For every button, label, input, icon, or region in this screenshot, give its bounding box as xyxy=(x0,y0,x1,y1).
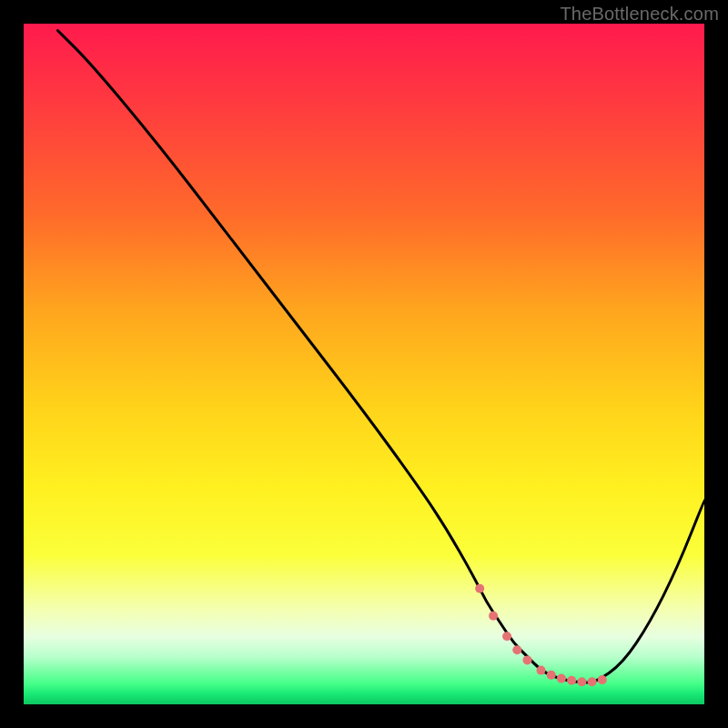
marker-dot xyxy=(588,677,597,686)
marker-dot xyxy=(557,674,566,683)
bottom-markers xyxy=(475,584,607,687)
marker-dot xyxy=(537,666,546,675)
watermark-text: TheBottleneck.com xyxy=(560,4,719,25)
chart-container: TheBottleneck.com xyxy=(0,0,728,728)
marker-dot xyxy=(512,645,521,654)
marker-dot xyxy=(577,677,586,686)
marker-dot xyxy=(547,671,556,680)
marker-dot xyxy=(502,632,511,641)
plot-area xyxy=(24,24,704,704)
marker-dot xyxy=(598,675,607,684)
marker-dot xyxy=(523,655,532,664)
marker-dot xyxy=(475,584,484,593)
marker-dot xyxy=(489,612,498,621)
curve-layer xyxy=(24,24,704,704)
marker-dot xyxy=(567,676,576,685)
bottleneck-curve xyxy=(57,30,704,682)
